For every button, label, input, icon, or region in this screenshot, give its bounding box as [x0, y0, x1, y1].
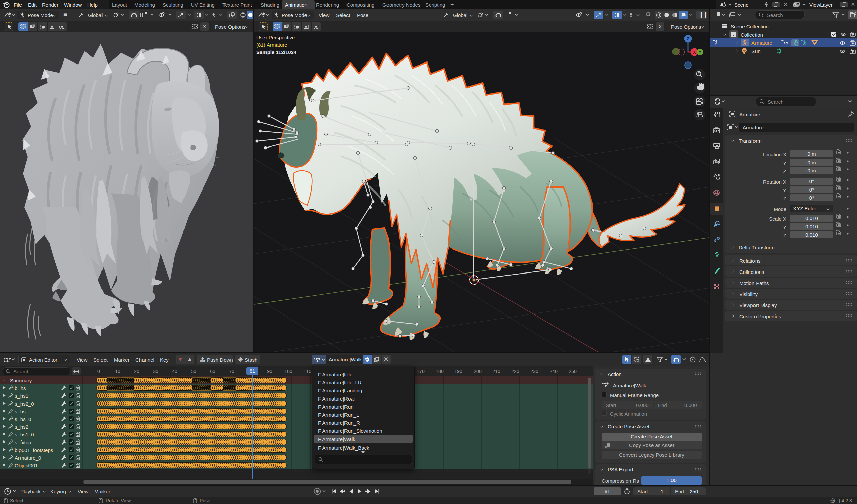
- svg-text:Z: Z: [687, 36, 689, 41]
- svg-text:User Perspective: User Perspective: [256, 35, 295, 40]
- svg-text:(81) Armature: (81) Armature: [256, 42, 287, 48]
- svg-text:Sample 112/1024: Sample 112/1024: [256, 49, 297, 55]
- svg-text:Y: Y: [699, 50, 702, 55]
- svg-text:X: X: [693, 50, 696, 55]
